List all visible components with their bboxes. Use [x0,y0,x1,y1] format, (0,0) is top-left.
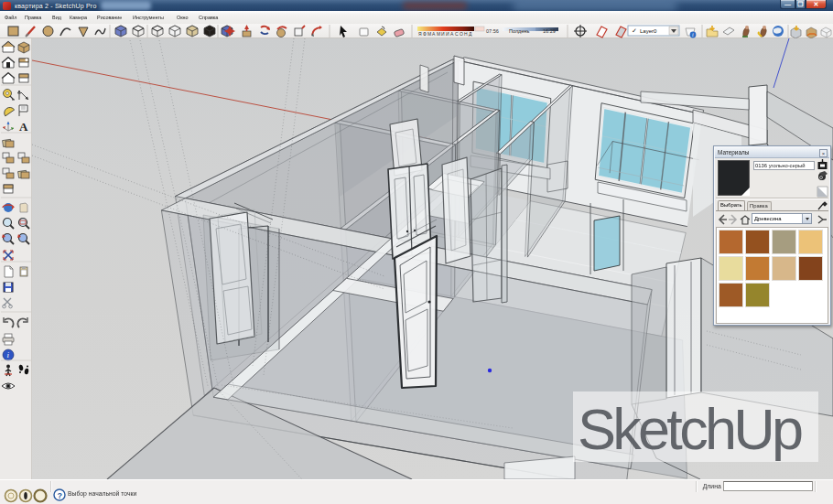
svg-text:Ф: Ф [423,31,427,37]
svg-text:?: ? [57,491,62,500]
svg-text:И: И [446,31,449,37]
svg-text:A: A [19,120,28,134]
svg-text:А: А [432,31,436,37]
svg-text:Д: Д [469,31,472,37]
svg-text:Полдень: Полдень [509,28,529,34]
svg-text:И: И [441,31,445,37]
svg-text:А: А [450,31,454,37]
svg-text:О: О [460,31,463,37]
svg-text:Я: Я [418,31,422,37]
svg-text:С: С [455,31,459,37]
svg-text:07:56: 07:56 [486,28,499,34]
svg-text:✓: ✓ [632,27,637,34]
svg-text:Layer0: Layer0 [640,28,657,34]
svg-text:Н: Н [464,31,468,37]
svg-text:М: М [427,31,431,37]
svg-text:16:29: 16:29 [543,28,556,34]
svg-text:М: М [437,31,440,37]
svg-text:SketchUp: SketchUp [578,397,804,461]
